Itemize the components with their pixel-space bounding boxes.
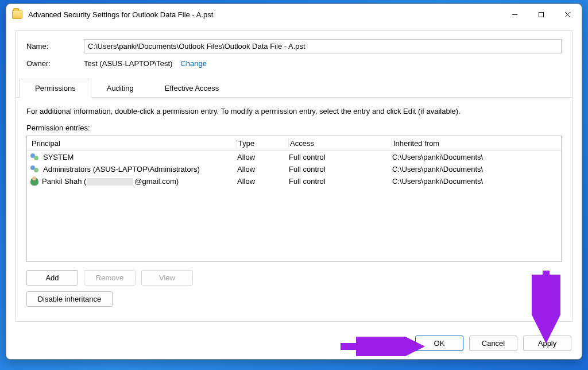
col-type[interactable]: Type [237,139,289,148]
svg-rect-0 [539,12,543,17]
entries-label: Permission entries: [26,124,562,132]
close-button[interactable] [554,5,581,24]
entry-inherited: C:\Users\panki\Documents\ [392,165,558,174]
entry-access: Full control [289,165,392,174]
remove-button[interactable]: Remove [84,270,136,286]
entry-buttons: Add Remove View [26,270,562,286]
tab-auditing[interactable]: Auditing [91,79,149,98]
tab-strip: Permissions Auditing Effective Access [16,78,572,98]
disable-inheritance-button[interactable]: Disable inheritance [26,291,113,307]
permission-entries-list[interactable]: Principal Type Access Inherited from SYS… [26,136,562,262]
name-field[interactable] [84,39,562,53]
entry-access: Full control [289,153,392,161]
change-owner-link[interactable]: Change [180,59,207,68]
tab-permissions[interactable]: Permissions [20,79,91,98]
content-panel: Name: Owner: Test (ASUS-LAPTOP\Test) Cha… [16,30,572,322]
entry-row[interactable]: Pankil Shah (@gmail.com) Allow Full cont… [27,175,561,187]
window-controls [501,5,581,24]
entry-inherited: C:\Users\panki\Documents\ [392,153,558,161]
owner-value: Test (ASUS-LAPTOP\Test) [84,59,172,68]
entry-row[interactable]: SYSTEM Allow Full control C:\Users\panki… [27,151,561,163]
ok-button[interactable]: OK [415,336,463,351]
security-settings-window: Advanced Security Settings for Outlook D… [6,3,582,360]
folder-icon [12,10,22,19]
maximize-button[interactable] [528,5,554,24]
view-button[interactable]: View [141,270,193,286]
inheritance-buttons: Disable inheritance [26,291,562,307]
entry-type: Allow [237,153,289,161]
entry-inherited: C:\Users\panki\Documents\ [392,177,558,186]
entry-row[interactable]: Administrators (ASUS-LAPTOP\Administrato… [27,163,561,175]
minimize-button[interactable] [501,5,528,24]
group-icon [30,153,40,161]
entry-access: Full control [289,177,392,186]
dialog-footer: OK Cancel Apply [6,330,582,359]
col-access[interactable]: Access [289,139,392,148]
cancel-button[interactable]: Cancel [469,336,517,351]
name-label: Name: [26,42,84,51]
owner-label: Owner: [26,59,84,68]
user-icon [30,178,38,186]
principal-name: SYSTEM [43,153,74,161]
tab-effective-access[interactable]: Effective Access [149,79,234,98]
entries-header: Principal Type Access Inherited from [27,136,561,151]
owner-row: Owner: Test (ASUS-LAPTOP\Test) Change [26,59,562,68]
titlebar: Advanced Security Settings for Outlook D… [6,4,582,25]
principal-name: Administrators (ASUS-LAPTOP\Administrato… [43,165,200,174]
window-title: Advanced Security Settings for Outlook D… [28,10,501,19]
group-icon [30,165,40,174]
redacted-text [87,178,133,186]
entry-type: Allow [237,165,289,174]
name-row: Name: [26,39,562,53]
apply-button[interactable]: Apply [523,336,571,351]
principal-name: Pankil Shah (@gmail.com) [42,177,179,186]
entry-type: Allow [237,177,289,186]
instruction-text: For additional information, double-click… [26,107,562,115]
col-inherited[interactable]: Inherited from [392,139,558,148]
col-principal[interactable]: Principal [30,139,237,148]
add-button[interactable]: Add [26,270,78,286]
